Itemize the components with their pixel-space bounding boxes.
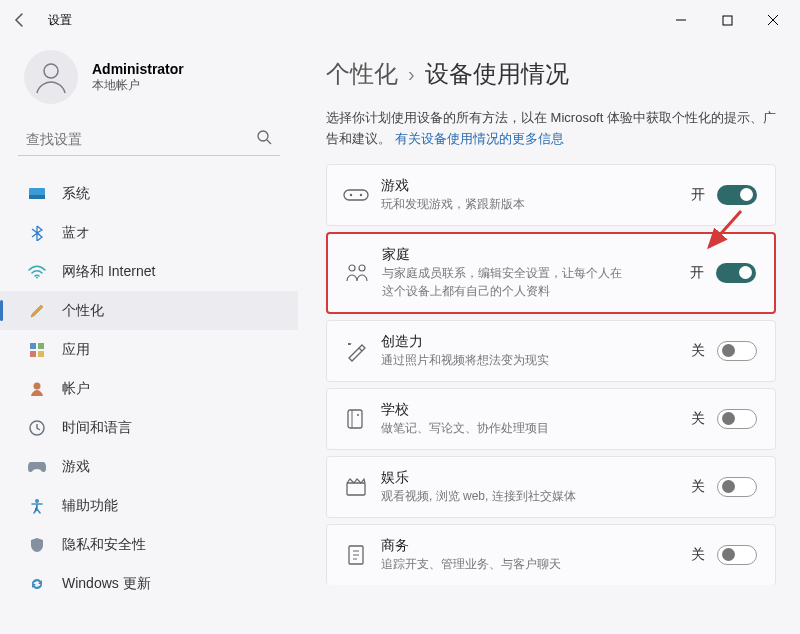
maximize-button[interactable]: [704, 4, 750, 36]
svg-rect-20: [348, 410, 362, 428]
business-toggle[interactable]: [717, 545, 757, 565]
svg-rect-6: [29, 195, 45, 199]
user-account-block[interactable]: Administrator 本地帐户: [0, 46, 298, 122]
usage-cards: 游戏 玩和发现游戏，紧跟新版本 开 家庭 与家庭成员联系，编辑安全设置，让每个人…: [326, 164, 776, 585]
svg-point-16: [350, 193, 352, 195]
svg-point-19: [359, 265, 365, 271]
back-button[interactable]: [4, 4, 36, 36]
sidebar-item-label: 游戏: [62, 458, 90, 476]
sidebar-item-label: 时间和语言: [62, 419, 132, 437]
creativity-toggle[interactable]: [717, 341, 757, 361]
card-subtitle: 观看视频, 浏览 web, 连接到社交媒体: [381, 487, 631, 505]
svg-rect-23: [347, 483, 365, 495]
svg-point-12: [34, 382, 41, 389]
user-type: 本地帐户: [92, 77, 184, 94]
breadcrumb-parent[interactable]: 个性化: [326, 58, 398, 90]
bluetooth-icon: [26, 225, 48, 241]
card-title: 商务: [381, 537, 691, 555]
window-title: 设置: [48, 12, 72, 29]
card-subtitle: 与家庭成员联系，编辑安全设置，让每个人在这个设备上都有自己的个人资料: [382, 264, 632, 300]
avatar: [24, 50, 78, 104]
card-title: 创造力: [381, 333, 691, 351]
card-business: 商务 追踪开支、管理业务、与客户聊天 关: [326, 524, 776, 585]
creativity-icon: [339, 340, 373, 362]
svg-line-4: [267, 140, 271, 144]
titlebar: 设置: [0, 0, 800, 40]
svg-rect-9: [38, 343, 44, 349]
svg-rect-10: [30, 351, 36, 357]
game-controller-icon: [339, 186, 373, 204]
search-icon: [256, 129, 272, 149]
family-toggle[interactable]: [716, 263, 756, 283]
sidebar-item-network[interactable]: 网络和 Internet: [0, 252, 298, 291]
user-icon: [26, 381, 48, 397]
sidebar-item-accessibility[interactable]: 辅助功能: [0, 486, 298, 525]
svg-rect-8: [30, 343, 36, 349]
svg-point-2: [44, 64, 58, 78]
page-title: 设备使用情况: [425, 58, 569, 90]
svg-point-3: [258, 131, 268, 141]
search-input[interactable]: [26, 131, 256, 147]
system-icon: [26, 187, 48, 201]
toggle-state-label: 关: [691, 546, 705, 564]
sidebar-item-personalization[interactable]: 个性化: [0, 291, 298, 330]
card-subtitle: 做笔记、写论文、协作处理项目: [381, 419, 631, 437]
nav-list: 系统 蓝オ 网络和 Internet 个性化 应用 帐户: [0, 162, 298, 603]
svg-point-18: [349, 265, 355, 271]
window-controls: [658, 4, 796, 36]
sidebar-item-gaming[interactable]: 游戏: [0, 447, 298, 486]
family-icon: [340, 263, 374, 283]
sidebar-item-bluetooth[interactable]: 蓝オ: [0, 213, 298, 252]
minimize-button[interactable]: [658, 4, 704, 36]
card-entertainment: 娱乐 观看视频, 浏览 web, 连接到社交媒体 关: [326, 456, 776, 518]
breadcrumb: 个性化 › 设备使用情况: [326, 58, 776, 90]
sidebar-item-windows-update[interactable]: Windows 更新: [0, 564, 298, 603]
search-input-wrapper: [18, 122, 280, 156]
sidebar-item-privacy[interactable]: 隐私和安全性: [0, 525, 298, 564]
toggle-state-label: 开: [690, 264, 704, 282]
apps-icon: [26, 342, 48, 358]
sidebar-item-label: 隐私和安全性: [62, 536, 146, 554]
sidebar-item-label: 应用: [62, 341, 90, 359]
card-title: 娱乐: [381, 469, 691, 487]
card-school: 学校 做笔记、写论文、协作处理项目 关: [326, 388, 776, 450]
user-name: Administrator: [92, 61, 184, 77]
svg-rect-11: [38, 351, 44, 357]
card-title: 学校: [381, 401, 691, 419]
card-subtitle: 玩和发现游戏，紧跟新版本: [381, 195, 631, 213]
book-icon: [339, 408, 373, 430]
page-description: 选择你计划使用设备的所有方法，以在 Microsoft 体验中获取个性化的提示、…: [326, 108, 776, 150]
content-area: 个性化 › 设备使用情况 选择你计划使用设备的所有方法，以在 Microsoft…: [298, 40, 800, 634]
gaming-toggle[interactable]: [717, 185, 757, 205]
clock-icon: [26, 420, 48, 436]
shield-icon: [26, 537, 48, 553]
sidebar-item-label: 系统: [62, 185, 90, 203]
sidebar-item-label: 辅助功能: [62, 497, 118, 515]
business-icon: [339, 544, 373, 566]
card-gaming: 游戏 玩和发现游戏，紧跟新版本 开: [326, 164, 776, 226]
gaming-icon: [26, 460, 48, 474]
update-icon: [26, 576, 48, 592]
sidebar-item-accounts[interactable]: 帐户: [0, 369, 298, 408]
card-family: 家庭 与家庭成员联系，编辑安全设置，让每个人在这个设备上都有自己的个人资料 开: [326, 232, 776, 314]
accessibility-icon: [26, 498, 48, 514]
toggle-state-label: 关: [691, 478, 705, 496]
sidebar-item-label: 帐户: [62, 380, 90, 398]
sidebar-item-system[interactable]: 系统: [0, 174, 298, 213]
svg-point-17: [360, 193, 362, 195]
sidebar: Administrator 本地帐户 系统 蓝オ 网络: [0, 40, 298, 634]
sidebar-item-apps[interactable]: 应用: [0, 330, 298, 369]
sidebar-item-label: 蓝オ: [62, 224, 90, 242]
school-toggle[interactable]: [717, 409, 757, 429]
close-button[interactable]: [750, 4, 796, 36]
entertainment-toggle[interactable]: [717, 477, 757, 497]
svg-rect-15: [344, 190, 368, 200]
card-title: 家庭: [382, 246, 690, 264]
card-title: 游戏: [381, 177, 691, 195]
toggle-state-label: 关: [691, 410, 705, 428]
sidebar-item-time-language[interactable]: 时间和语言: [0, 408, 298, 447]
toggle-state-label: 关: [691, 342, 705, 360]
card-subtitle: 通过照片和视频将想法变为现实: [381, 351, 631, 369]
more-info-link[interactable]: 有关设备使用情况的更多信息: [395, 131, 564, 146]
sidebar-item-label: 个性化: [62, 302, 104, 320]
